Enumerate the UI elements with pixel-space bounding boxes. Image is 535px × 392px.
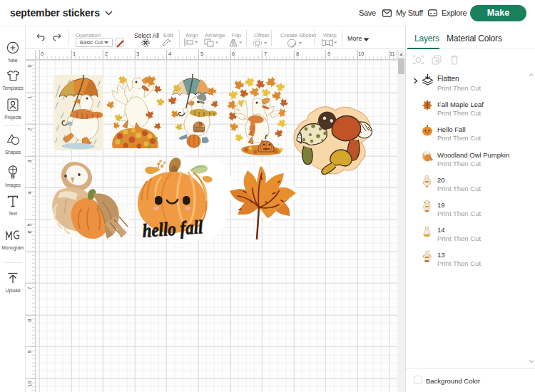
svg-text:hello fall: hello fall	[141, 216, 203, 242]
